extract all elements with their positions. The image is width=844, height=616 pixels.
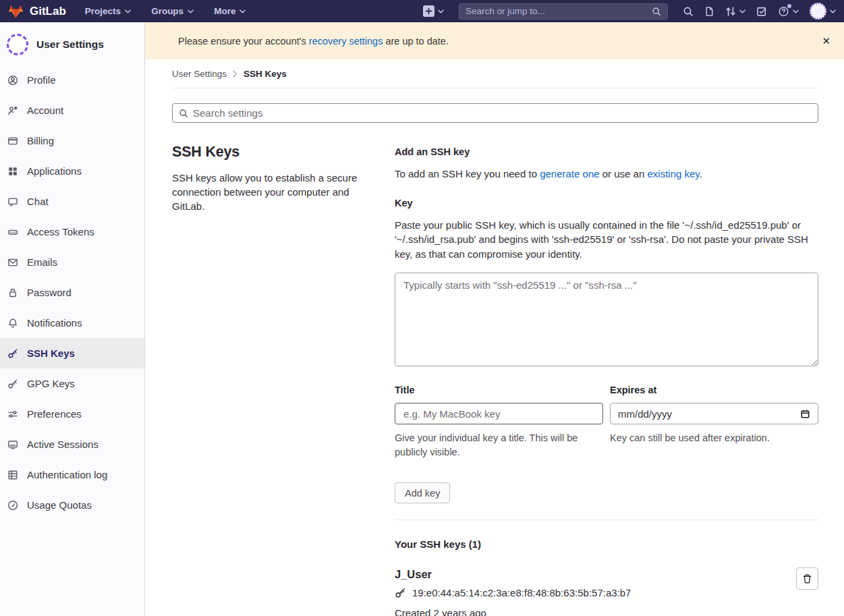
merge-requests-button[interactable] — [725, 6, 745, 17]
key-fingerprint-row: 19:e0:44:a5:14:c2:3a:e8:f8:48:8b:63:5b:5… — [395, 587, 781, 598]
recovery-alert-banner: Please ensure your account's recovery se… — [145, 22, 844, 59]
billing-icon — [7, 136, 18, 146]
global-search-input[interactable] — [466, 6, 652, 16]
breadcrumb-user-settings[interactable]: User Settings — [172, 69, 227, 79]
chevron-down-icon — [793, 9, 799, 13]
settings-sidebar: User Settings Profile Account Billing Ap… — [0, 22, 145, 616]
add-ssh-key-heading: Add an SSH key — [395, 146, 818, 157]
sidebar-item-label: GPG Keys — [27, 378, 75, 389]
sidebar-item-ssh-keys[interactable]: SSH Keys — [0, 338, 144, 368]
add-key-button[interactable]: Add key — [395, 482, 450, 503]
key-title-input[interactable] — [395, 403, 603, 424]
sidebar-title: User Settings — [36, 38, 104, 51]
avatar — [7, 34, 28, 55]
authentication-log-icon — [7, 470, 18, 480]
plus-square-icon — [423, 5, 434, 17]
issues-icon[interactable] — [704, 6, 714, 17]
alert-text-before: Please ensure your account's — [178, 36, 309, 47]
applications-icon — [7, 166, 18, 177]
intro-text: . — [700, 168, 702, 179]
your-ssh-keys-heading: Your SSH keys (1) — [395, 538, 818, 550]
sidebar-item-active-sessions[interactable]: Active Sessions — [0, 429, 144, 459]
title-help-text: Give your individual key a title. This w… — [395, 431, 603, 459]
avatar — [810, 3, 826, 20]
close-icon[interactable]: ✕ — [822, 35, 831, 47]
new-menu-button[interactable] — [423, 5, 444, 17]
help-icon — [778, 5, 789, 17]
add-ssh-key-intro: To add an SSH key you need to generate o… — [395, 167, 818, 181]
navbar-item-label: Groups — [151, 6, 184, 16]
profile-icon — [7, 75, 18, 86]
chat-icon — [7, 196, 18, 207]
sidebar-item-label: Notifications — [27, 317, 82, 329]
sidebar-item-label: Active Sessions — [27, 439, 99, 450]
navbar-item-groups[interactable]: Groups — [151, 6, 194, 16]
navbar-item-label: Projects — [85, 6, 121, 16]
sidebar-item-applications[interactable]: Applications — [0, 156, 144, 186]
expires-label: Expires at — [610, 385, 818, 395]
ssh-key-textarea[interactable] — [395, 273, 818, 366]
sidebar-item-billing[interactable]: Billing — [0, 125, 144, 156]
expires-help-text: Key can still be used after expiration. — [610, 431, 818, 445]
sidebar-item-notifications[interactable]: Notifications — [0, 308, 144, 338]
gitlab-logo-text: GitLab — [30, 5, 66, 18]
intro-text: To add an SSH key you need to — [395, 168, 540, 179]
sidebar-item-authentication-log[interactable]: Authentication log — [0, 459, 144, 490]
search-icon[interactable] — [683, 6, 694, 17]
help-menu-button[interactable] — [778, 5, 799, 17]
key-name: J_User — [395, 568, 781, 581]
key-help-text: Paste your public SSH key, which is usua… — [395, 218, 818, 262]
active-sessions-icon — [7, 439, 18, 450]
sidebar-nav: Profile Account Billing Applications Cha… — [0, 65, 144, 520]
key-created: Created 2 years ago — [395, 607, 781, 616]
chevron-right-icon — [233, 70, 237, 78]
sidebar-item-profile[interactable]: Profile — [0, 65, 144, 95]
navbar-menu: Projects Groups More — [85, 6, 246, 16]
chevron-down-icon — [188, 9, 194, 13]
navbar-item-projects[interactable]: Projects — [85, 6, 131, 16]
sidebar-item-label: Usage Quotas — [27, 499, 92, 511]
key-icon — [7, 379, 18, 389]
sidebar-item-gpg-keys[interactable]: GPG Keys — [0, 368, 144, 399]
gitlab-logo[interactable]: GitLab — [8, 4, 66, 19]
global-search-box[interactable] — [459, 3, 668, 20]
sidebar-item-access-tokens[interactable]: Access Tokens — [0, 217, 144, 247]
navbar-right — [423, 3, 836, 20]
sidebar-item-label: Billing — [27, 135, 54, 146]
sidebar-item-label: SSH Keys — [27, 347, 75, 359]
sidebar-item-usage-quotas[interactable]: Usage Quotas — [0, 490, 144, 520]
chevron-down-icon — [125, 9, 131, 13]
expires-date-input[interactable]: mm/dd/yyyy — [610, 403, 818, 424]
sidebar-item-account[interactable]: Account — [0, 95, 144, 125]
emails-icon — [7, 257, 18, 268]
breadcrumb: User Settings SSH Keys — [172, 69, 818, 88]
calendar-icon[interactable] — [800, 409, 810, 419]
sidebar-item-preferences[interactable]: Preferences — [0, 399, 144, 429]
navbar-item-label: More — [214, 6, 235, 16]
merge-request-icon — [725, 6, 736, 17]
expires-field-group: Expires at mm/dd/yyyy Key can still be u… — [610, 385, 818, 459]
existing-key-link[interactable]: existing key — [647, 168, 699, 179]
key-icon — [395, 587, 406, 598]
navbar-item-more[interactable]: More — [214, 6, 246, 16]
chevron-down-icon — [830, 9, 836, 13]
recovery-settings-link[interactable]: recovery settings — [309, 36, 383, 47]
sidebar-header: User Settings — [0, 22, 144, 65]
user-menu-button[interactable] — [810, 3, 836, 20]
trash-icon — [802, 573, 812, 584]
sidebar-item-label: Applications — [27, 165, 82, 177]
access-tokens-icon — [7, 227, 18, 237]
alert-text: Please ensure your account's recovery se… — [178, 36, 449, 47]
intro-text: or use an — [600, 168, 648, 179]
search-settings-box[interactable] — [172, 103, 818, 123]
generate-one-link[interactable]: generate one — [540, 168, 599, 179]
section-divider — [395, 520, 818, 520]
todos-icon[interactable] — [756, 6, 767, 17]
sidebar-item-chat[interactable]: Chat — [0, 186, 144, 217]
search-icon — [652, 7, 661, 16]
delete-key-button[interactable] — [796, 567, 818, 590]
search-settings-input[interactable] — [193, 107, 812, 119]
chevron-down-icon — [438, 9, 444, 13]
sidebar-item-emails[interactable]: Emails — [0, 247, 144, 277]
sidebar-item-password[interactable]: Password — [0, 277, 144, 308]
